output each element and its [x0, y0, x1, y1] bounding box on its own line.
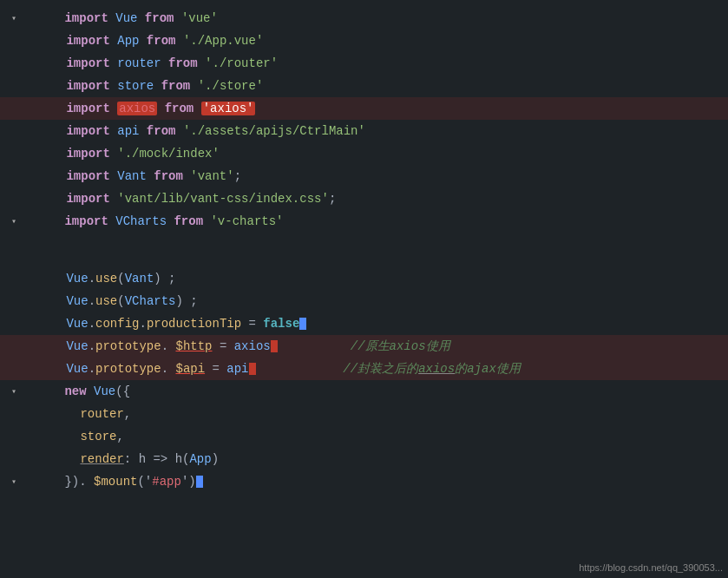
keyword: from	[167, 214, 210, 228]
method: $mount	[94, 475, 137, 489]
code-line: ▾ import VCharts from 'v-charts'	[0, 210, 728, 233]
identifier: VCharts	[115, 214, 167, 228]
string-mount: #app	[152, 475, 181, 489]
fold-icon[interactable]: ▾	[7, 214, 21, 228]
string: 'v-charts'	[210, 214, 283, 228]
watermark: https://blog.csdn.net/qq_390053...	[579, 562, 723, 573]
fold-icon[interactable]: ▾	[7, 384, 21, 398]
keyword: import	[64, 214, 115, 228]
cursor-end	[196, 476, 203, 488]
fold-icon[interactable]: ▾	[7, 475, 21, 489]
punctuation: ('	[137, 475, 152, 489]
line-content: }). $mount('#app')	[21, 461, 728, 502]
fold-icon[interactable]: ▾	[7, 11, 21, 25]
punctuation: ')	[181, 475, 196, 489]
code-editor: ▾ import Vue from 'vue' import App from …	[0, 0, 728, 578]
code-line-empty	[0, 233, 728, 250]
code-line: ▾ }). $mount('#app')	[0, 470, 728, 493]
punctuation: }).	[64, 475, 94, 489]
